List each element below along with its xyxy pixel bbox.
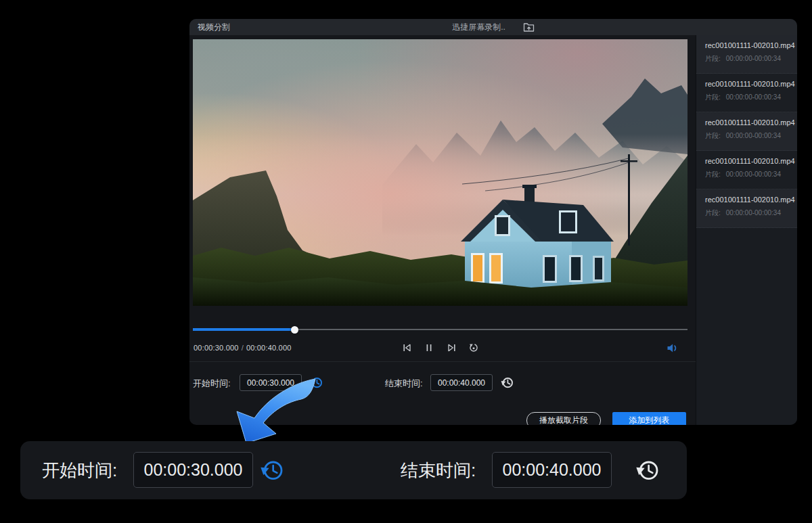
section-divider — [189, 361, 696, 362]
restart-icon[interactable] — [468, 342, 479, 353]
add-to-list-button[interactable]: 添加到列表 — [612, 412, 686, 425]
volume-icon[interactable] — [666, 342, 679, 355]
skip-back-button[interactable] — [401, 342, 412, 353]
end-history-icon[interactable] — [500, 376, 514, 390]
segment-range: 00:00:00-00:00:34 — [726, 170, 781, 178]
clip-list: rec001001111-002010.mp4 片段:00:00:00-00:0… — [696, 35, 797, 425]
callout-end-history-icon — [634, 457, 661, 484]
callout-end-input — [492, 452, 612, 488]
end-time-label: 结束时间: — [385, 378, 423, 390]
segment-label: 片段: — [705, 132, 721, 139]
player-area: 00:00:30.000/00:00:40.000 — [189, 35, 696, 425]
playback-bar: 00:00:30.000/00:00:40.000 — [193, 340, 687, 357]
segment-range: 00:00:00-00:00:34 — [726, 209, 781, 217]
play-clip-button[interactable]: 播放截取片段 — [526, 412, 601, 425]
skip-forward-button[interactable] — [446, 342, 457, 353]
callout-start-label: 开始时间: — [42, 459, 117, 482]
video-split-window: 视频分割 迅捷屏幕录制.. — [189, 19, 797, 425]
clip-filename: rec001001111-002010.mp4 — [705, 157, 794, 165]
titlebar: 视频分割 迅捷屏幕录制.. — [189, 19, 797, 35]
list-item[interactable]: rec001001111-002010.mp4 片段:00:00:00-00:0… — [696, 151, 797, 189]
list-item[interactable]: rec001001111-002010.mp4 片段:00:00:00-00:0… — [696, 74, 797, 112]
video-preview — [193, 39, 687, 306]
app-name-label: 迅捷屏幕录制.. — [452, 22, 505, 33]
segment-range: 00:00:00-00:00:34 — [726, 93, 781, 101]
transport-controls — [193, 342, 687, 353]
start-time-label: 开始时间: — [193, 378, 231, 390]
seek-bar[interactable] — [193, 325, 687, 334]
callout-end-label: 结束时间: — [401, 459, 476, 482]
list-item[interactable]: rec001001111-002010.mp4 片段:00:00:00-00:0… — [696, 112, 797, 151]
segment-label: 片段: — [705, 209, 721, 217]
folder-import-icon[interactable] — [523, 22, 535, 32]
callout-start-history-icon — [258, 457, 286, 484]
clip-filename: rec001001111-002010.mp4 — [705, 118, 794, 127]
clip-filename: rec001001111-002010.mp4 — [705, 80, 794, 88]
segment-range: 00:00:00-00:00:34 — [726, 55, 781, 62]
list-item[interactable]: rec001001111-002010.mp4 片段:00:00:00-00:0… — [696, 189, 797, 228]
titlebar-center: 迅捷屏幕录制.. — [189, 22, 797, 33]
callout-start-input — [133, 452, 253, 488]
end-time-input[interactable] — [430, 374, 493, 391]
callout-arrow-icon — [231, 373, 319, 445]
seek-thumb[interactable] — [291, 326, 298, 334]
segment-label: 片段: — [705, 55, 721, 62]
clip-filename: rec001001111-002010.mp4 — [705, 196, 794, 204]
trim-zoom-callout: 开始时间: 结束时间: — [20, 441, 687, 499]
segment-label: 片段: — [705, 170, 721, 178]
segment-label: 片段: — [705, 93, 721, 101]
list-item[interactable]: rec001001111-002010.mp4 片段:00:00:00-00:0… — [696, 35, 797, 74]
video-frame-scene — [193, 39, 687, 306]
pause-button[interactable] — [424, 342, 434, 353]
clip-filename: rec001001111-002010.mp4 — [705, 41, 794, 49]
seek-fill — [193, 328, 294, 331]
segment-range: 00:00:00-00:00:34 — [726, 132, 781, 139]
